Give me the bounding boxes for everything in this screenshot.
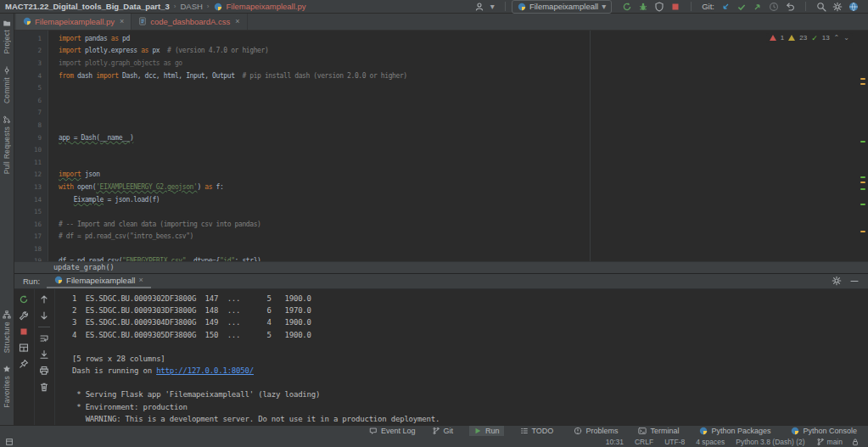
- status-caret-position[interactable]: 10:31: [606, 438, 624, 446]
- toolwindow-button-problems[interactable]: Problems: [569, 426, 622, 437]
- status-line-separator[interactable]: CRLF: [635, 438, 653, 446]
- close-icon[interactable]: ×: [138, 276, 143, 284]
- toolwindow-label: Favorites: [3, 376, 11, 408]
- print-console-button-icon[interactable]: [39, 366, 49, 376]
- run-console-output[interactable]: 1 ES.SDGC.BU.0009302DF3800G 147 ... 5 19…: [55, 289, 868, 425]
- code-text: app = Dash(__name__): [48, 132, 133, 145]
- settings-button[interactable]: [832, 2, 843, 12]
- close-icon[interactable]: ×: [235, 17, 239, 25]
- git-update-button[interactable]: [720, 2, 731, 12]
- git-push-button[interactable]: [753, 2, 763, 12]
- line-number: 9: [14, 132, 48, 145]
- next-occurrence-button-icon[interactable]: [39, 310, 49, 321]
- toolwindow-button-structure[interactable]: Structure: [3, 310, 11, 353]
- toolwindow-button-run[interactable]: Run: [469, 426, 504, 437]
- toolwindow-button-todo[interactable]: TODO: [516, 426, 558, 437]
- git-commit-button[interactable]: [736, 2, 747, 12]
- console-link[interactable]: http://127.0.0.1:8050/: [156, 366, 254, 375]
- rollback-button[interactable]: [785, 2, 795, 12]
- error-count: 1: [781, 34, 784, 42]
- breadcrumb-file[interactable]: Filemapeixampleall.py: [227, 2, 306, 11]
- code-text: [48, 157, 59, 170]
- editor-tab-Filemapeixampleall.py[interactable]: Filemapeixampleall.py×: [16, 14, 132, 30]
- error-stripe-scrollbar[interactable]: [858, 31, 868, 261]
- python-icon: [791, 427, 799, 435]
- stop-button[interactable]: [670, 2, 680, 12]
- edit-configuration-button-icon[interactable]: [19, 310, 29, 321]
- git-branch-widget[interactable]: main: [816, 438, 843, 446]
- toolwindow-label: Git: [444, 427, 454, 435]
- run-tab[interactable]: Filemapeixampleall ×: [47, 274, 151, 288]
- toolwindow-button-commit[interactable]: Commit: [3, 66, 11, 103]
- console-line: Dash is running on http://127.0.0.1:8050…: [72, 365, 868, 377]
- search-everywhere-button[interactable]: [816, 2, 826, 12]
- code-line: 10: [14, 144, 856, 157]
- toolwindow-button-favorites[interactable]: Favorites: [3, 365, 11, 408]
- code-line: 3import plotly.graph_objects as go: [14, 58, 856, 70]
- warning-count: 23: [799, 34, 807, 42]
- run-settings-gear-icon[interactable]: [832, 276, 842, 286]
- hide-toolwindow-icon[interactable]: [849, 276, 860, 286]
- status-indent-style[interactable]: 4 spaces: [696, 438, 725, 446]
- code-line: 11: [14, 157, 856, 170]
- next-problem-button[interactable]: ⌄: [843, 35, 849, 42]
- line-number: 13: [14, 182, 48, 194]
- tab-label: code_dashboardA.css: [150, 17, 230, 26]
- code-text: import json: [48, 169, 100, 182]
- structure-icon: [3, 310, 11, 319]
- clear-console-button-icon[interactable]: [39, 382, 49, 392]
- history-button[interactable]: [769, 2, 779, 12]
- status-python-interpreter[interactable]: Python 3.8 (Dash) (2): [736, 438, 804, 446]
- console-line: [72, 377, 868, 388]
- code-editor[interactable]: 1import pandas as pd2import plotly.expre…: [14, 31, 868, 261]
- breadcrumb-separator: ›: [174, 3, 176, 10]
- code-line: 14 Eixample = json.load(f): [14, 194, 856, 207]
- run-button[interactable]: [622, 2, 632, 12]
- line-number: 8: [14, 120, 48, 132]
- toolwindow-toggle-icon[interactable]: [5, 438, 14, 446]
- coverage-button[interactable]: [654, 2, 664, 12]
- toolwindow-button-pull-requests[interactable]: Pull Requests: [3, 115, 11, 174]
- line-number: 17: [14, 231, 48, 243]
- code-text: # -- Import and clean data (importing cs…: [48, 219, 261, 232]
- toolwindow-button-python-console[interactable]: Python Console: [787, 426, 861, 437]
- pin-tab-button-icon[interactable]: [19, 359, 29, 369]
- code-line: 4from dash import Dash, dcc, html, Input…: [14, 70, 856, 83]
- user-watcher-icon[interactable]: [474, 2, 484, 12]
- breadcrumb-project[interactable]: MACT21.22_Digital_tools_Big_Data_part_3: [5, 2, 170, 11]
- console-line: 3 ES.SDGC.BU.0009304DF3800G 149 ... 4 19…: [72, 316, 868, 328]
- close-icon[interactable]: ×: [120, 17, 124, 25]
- code-with-me-icon[interactable]: [848, 2, 859, 12]
- breadcrumb: MACT21.22_Digital_tools_Big_Data_part_3 …: [5, 2, 306, 11]
- status-file-encoding[interactable]: UTF-8: [664, 438, 685, 446]
- toolwindow-label: Terminal: [650, 427, 679, 435]
- line-number: 5: [14, 82, 48, 95]
- code-text: [48, 144, 59, 157]
- chevron-down-icon: ▾: [490, 2, 495, 12]
- soft-wrap-button-icon[interactable]: [39, 333, 49, 344]
- rerun-button-icon[interactable]: [19, 294, 29, 305]
- console-text: [5 rows x 28 columns]: [72, 355, 165, 363]
- left-toolwindow-bar: ProjectCommitPull Requests StructureFavo…: [0, 14, 14, 425]
- scroll-to-end-button-icon[interactable]: [39, 349, 49, 360]
- debug-button[interactable]: [638, 2, 648, 12]
- run-toolbar: [14, 289, 55, 425]
- prev-occurrence-button-icon[interactable]: [39, 294, 49, 305]
- inspections-widget[interactable]: 1 23 ✓ 13 ⌃ ⌄: [766, 33, 853, 43]
- breadcrumb-folder[interactable]: DASH: [180, 2, 202, 11]
- line-number: 7: [14, 107, 48, 120]
- commit-icon: [3, 66, 11, 75]
- code-text: [48, 243, 59, 256]
- editor-tab-code_dashboardA.css[interactable]: code_dashboardA.css×: [132, 14, 247, 30]
- toolwindow-button-terminal[interactable]: Terminal: [634, 426, 683, 437]
- stop-process-button-icon[interactable]: [19, 327, 29, 337]
- event-log-button[interactable]: Event Log: [369, 427, 416, 435]
- restore-layout-button-icon[interactable]: [19, 343, 29, 353]
- toolwindow-button-git[interactable]: Git: [428, 426, 458, 437]
- run-configuration-select[interactable]: Filemapeixampleall ▾: [512, 0, 612, 14]
- code-line: 18: [14, 243, 856, 256]
- toolwindow-button-project[interactable]: Project: [3, 19, 11, 54]
- previous-problem-button[interactable]: ⌃: [834, 35, 840, 42]
- toolwindow-button-python-packages[interactable]: Python Packages: [695, 426, 775, 437]
- star-icon: [3, 365, 11, 373]
